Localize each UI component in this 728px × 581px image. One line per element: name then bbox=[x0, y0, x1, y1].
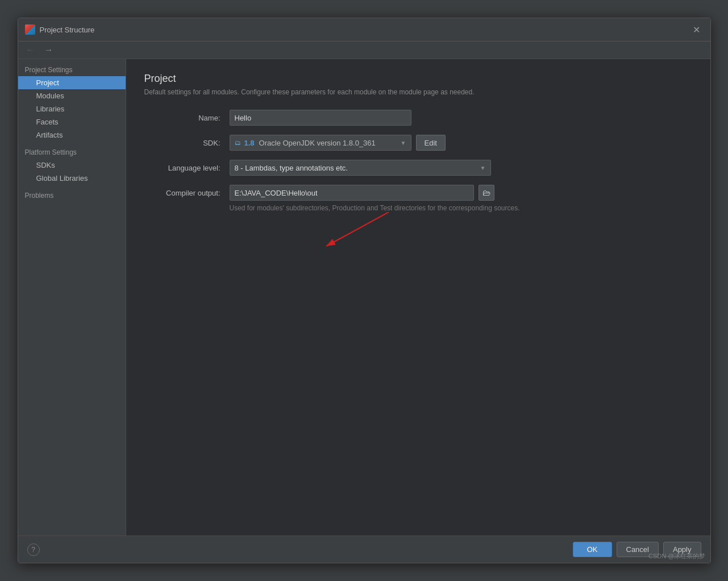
compiler-output-row: Compiler output: 🗁 bbox=[144, 185, 692, 201]
main-content: Project Settings Project Modules Librari… bbox=[18, 59, 710, 536]
name-input[interactable] bbox=[230, 110, 411, 126]
content-title: Project bbox=[144, 73, 692, 85]
bottom-right: OK Cancel Apply bbox=[573, 542, 701, 557]
sdk-full-text: Oracle OpenJDK version 1.8.0_361 bbox=[259, 139, 397, 147]
language-level-dropdown-arrow: ▼ bbox=[480, 165, 486, 171]
language-level-label: Language level: bbox=[144, 164, 230, 172]
language-level-value: 8 - Lambdas, type annotations etc. bbox=[235, 164, 348, 172]
name-row: Name: bbox=[144, 110, 692, 126]
ok-button[interactable]: OK bbox=[573, 542, 612, 557]
sidebar-item-artifacts[interactable]: Artifacts bbox=[18, 128, 126, 142]
apply-button[interactable]: Apply bbox=[663, 542, 701, 557]
compiler-output-input[interactable] bbox=[230, 185, 474, 201]
title-bar-left: Project Structure bbox=[25, 24, 95, 35]
sidebar-item-facets[interactable]: Facets bbox=[18, 115, 126, 128]
compiler-output-folder-button[interactable]: 🗁 bbox=[479, 185, 494, 201]
content-subtitle: Default settings for all modules. Config… bbox=[144, 88, 692, 96]
sdk-row: SDK: 🗂 1.8 Oracle OpenJDK version 1.8.0_… bbox=[144, 135, 692, 151]
dialog-title: Project Structure bbox=[40, 26, 95, 34]
language-level-row: Language level: 8 - Lambdas, type annota… bbox=[144, 160, 692, 176]
sdk-label: SDK: bbox=[144, 139, 230, 147]
name-label: Name: bbox=[144, 114, 230, 122]
annotation-arrow bbox=[230, 212, 692, 258]
title-bar: Project Structure ✕ bbox=[18, 18, 710, 42]
platform-settings-section-label: Platform Settings bbox=[18, 146, 126, 159]
language-level-dropdown[interactable]: 8 - Lambdas, type annotations etc. ▼ bbox=[230, 160, 491, 176]
compiler-output-control-area: 🗁 bbox=[230, 185, 692, 201]
sidebar-item-modules[interactable]: Modules bbox=[18, 89, 126, 102]
compiler-output-hint: Used for modules' subdirectories, Produc… bbox=[230, 204, 692, 212]
sdk-dropdown[interactable]: 🗂 1.8 Oracle OpenJDK version 1.8.0_361 ▼ bbox=[230, 135, 411, 151]
sidebar-item-global-libraries[interactable]: Global Libraries bbox=[18, 172, 126, 185]
sidebar-item-libraries[interactable]: Libraries bbox=[18, 102, 126, 115]
project-structure-dialog: Project Structure ✕ ← → Project Settings… bbox=[18, 18, 711, 563]
back-button[interactable]: ← bbox=[23, 44, 39, 56]
name-control-area bbox=[230, 110, 692, 126]
app-icon bbox=[25, 24, 35, 35]
nav-bar: ← → bbox=[18, 42, 710, 59]
sdk-version: 1.8 bbox=[244, 139, 255, 147]
language-level-control-area: 8 - Lambdas, type annotations etc. ▼ bbox=[230, 160, 692, 176]
forward-button[interactable]: → bbox=[41, 44, 57, 56]
help-button[interactable]: ? bbox=[27, 543, 40, 556]
problems-section-label: Problems bbox=[18, 189, 126, 202]
bottom-bar: ? OK Cancel Apply bbox=[18, 536, 710, 563]
svg-line-1 bbox=[326, 212, 389, 246]
sdk-folder-icon: 🗂 bbox=[235, 139, 241, 146]
cancel-button[interactable]: Cancel bbox=[617, 542, 659, 557]
sidebar-item-sdks[interactable]: SDKs bbox=[18, 159, 126, 172]
sdk-dropdown-arrow: ▼ bbox=[401, 140, 406, 146]
close-button[interactable]: ✕ bbox=[690, 23, 704, 36]
project-settings-section-label: Project Settings bbox=[18, 64, 126, 76]
compiler-output-label: Compiler output: bbox=[144, 189, 230, 197]
edit-button[interactable]: Edit bbox=[416, 135, 446, 151]
red-arrow-svg bbox=[230, 212, 411, 258]
sidebar: Project Settings Project Modules Librari… bbox=[18, 59, 126, 536]
sdk-control-area: 🗂 1.8 Oracle OpenJDK version 1.8.0_361 ▼… bbox=[230, 135, 692, 151]
sidebar-item-project[interactable]: Project bbox=[18, 76, 126, 89]
content-area: Project Default settings for all modules… bbox=[126, 59, 710, 536]
bottom-left: ? bbox=[27, 543, 40, 556]
